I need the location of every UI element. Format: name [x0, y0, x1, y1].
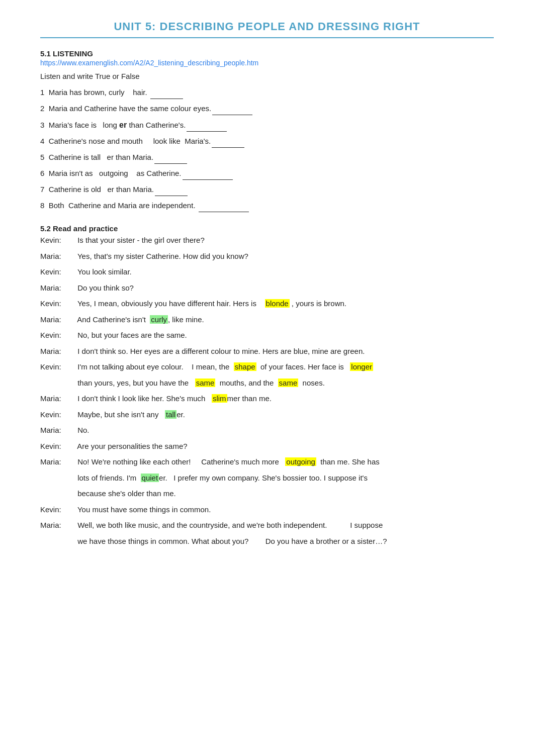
- ex3-blank[interactable]: [187, 119, 227, 132]
- section-52: 5.2 Read and practice Kevin: Is that you…: [40, 224, 494, 547]
- dialogue-line-4: Maria: Do you think so?: [40, 281, 494, 295]
- line-maria-5: I don't think I look like her. She's muc…: [77, 394, 272, 403]
- highlight-quieter: quiet: [141, 474, 159, 482]
- exercise-item-5: 5 Catherine is tall er than Maria.: [40, 151, 494, 164]
- ex8-blank[interactable]: [199, 200, 249, 212]
- dialogue-line-14: Kevin: Are your personalities the same?: [40, 440, 494, 453]
- ex1-blank[interactable]: [150, 86, 183, 99]
- ex8-text: Both Catherine and Maria are independent…: [49, 201, 250, 210]
- ex2-num: 2: [40, 104, 44, 113]
- line-kevin-2: You look similar.: [77, 267, 132, 276]
- ex1-text: Maria has brown, curly hair.: [49, 88, 184, 97]
- ex7-text: Catherine is old er than Maria.: [49, 185, 189, 194]
- section-51-header: 5.1 LISTENING: [40, 49, 494, 58]
- dialogue-line-7: Kevin: No, but your faces are the same.: [40, 329, 494, 342]
- line-kevin-6: Maybe, but she isn't any taller.: [77, 410, 185, 419]
- line-kevin-4: No, but your faces are the same.: [77, 331, 187, 339]
- line-maria-6: No.: [77, 426, 89, 434]
- ex6-text: Maria isn't as outgoing as Catherine.: [49, 169, 234, 177]
- exercise-list: 1 Maria has brown, curly hair. 2 Maria a…: [40, 86, 494, 212]
- ex5-num: 5: [40, 153, 44, 161]
- line-maria-1: Yes, that's my sister Catherine. How did…: [77, 252, 248, 260]
- ex2-text: Maria and Catherine have the same colour…: [49, 104, 254, 113]
- exercise-item-3: 3 Maria's face is long er than Catherine…: [40, 119, 494, 132]
- speaker-maria-4: Maria:: [40, 345, 75, 358]
- line-kevin-1: Is that your sister - the girl over ther…: [77, 236, 205, 244]
- speaker-maria-1: Maria:: [40, 250, 75, 263]
- ex6-num: 6: [40, 169, 44, 177]
- ex4-text: Catherine's nose and mouth look like Mar…: [49, 137, 246, 145]
- speaker-maria-7: Maria:: [40, 455, 75, 468]
- dialogue-line-2: Maria: Yes, that's my sister Catherine. …: [40, 250, 494, 263]
- highlight-longer: longer: [350, 362, 373, 371]
- dialogue-line-8: Maria: I don't think so. Her eyes are a …: [40, 345, 494, 358]
- speaker-kevin-7: Kevin:: [40, 440, 75, 453]
- highlight-blonde: blonde: [265, 299, 290, 308]
- line-maria-7: No! We're nothing like each other! Cathe…: [77, 457, 380, 466]
- speaker-kevin-2: Kevin:: [40, 265, 75, 278]
- speaker-maria-2: Maria:: [40, 281, 75, 295]
- exercise-item-8: 8 Both Catherine and Maria are independe…: [40, 200, 494, 212]
- highlight-same-2: same: [278, 379, 299, 387]
- speaker-kevin-4: Kevin:: [40, 329, 75, 342]
- section-51-link[interactable]: https://www.examenglish.com/A2/A2_listen…: [40, 59, 494, 67]
- dialogue-line-12: Kevin: Maybe, but she isn't any taller.: [40, 408, 494, 421]
- exercise-item-1: 1 Maria has brown, curly hair.: [40, 86, 494, 99]
- exercise-item-7: 7 Catherine is old er than Maria.: [40, 183, 494, 196]
- line-cont-20: we have those things in common. What abo…: [77, 537, 387, 545]
- highlight-outgoing: outgoing: [285, 457, 316, 466]
- dialogue-line-9: Kevin: I'm not talking about eye colour.…: [40, 360, 494, 373]
- exercise-item-2: 2 Maria and Catherine have the same colo…: [40, 103, 494, 115]
- dialogue-line-17: because she's older than me.: [40, 487, 494, 500]
- line-maria-3: And Catherine's isn't curly, like mine.: [77, 315, 204, 324]
- ex6-blank[interactable]: [183, 167, 233, 180]
- line-kevin-7: Are your personalities the same?: [77, 442, 187, 450]
- ex5-blank[interactable]: [154, 151, 187, 164]
- speaker-kevin-1: Kevin:: [40, 234, 75, 247]
- ex1-num: 1: [40, 88, 44, 97]
- ex3-text: Maria's face is long er than Catherine's…: [49, 121, 228, 129]
- highlight-slimmer: slim: [212, 394, 227, 403]
- highlight-same-1: same: [195, 379, 216, 387]
- dialogue-line-11: Maria: I don't think I look like her. Sh…: [40, 392, 494, 405]
- dialogue-line-20: we have those things in common. What abo…: [40, 535, 494, 548]
- ex4-num: 4: [40, 137, 44, 145]
- dialogue-line-1: Kevin: Is that your sister - the girl ov…: [40, 234, 494, 247]
- speaker-kevin-3: Kevin:: [40, 297, 75, 310]
- dialogue-line-10: than yours, yes, but you have the same m…: [40, 376, 494, 390]
- speaker-maria-3: Maria:: [40, 313, 75, 326]
- speaker-kevin-6: Kevin:: [40, 408, 75, 421]
- ex7-num: 7: [40, 185, 44, 194]
- dialogue-line-5: Kevin: Yes, I mean, obviously you have d…: [40, 297, 494, 310]
- line-kevin-5: I'm not talking about eye colour. I mean…: [77, 362, 373, 371]
- highlight-taller: tall: [165, 410, 176, 419]
- line-kevin-8: You must have some things in common.: [77, 505, 211, 514]
- ex3-num: 3: [40, 121, 44, 129]
- line-cont-17: because she's older than me.: [77, 489, 175, 498]
- dialogue-line-15: Maria: No! We're nothing like each other…: [40, 455, 494, 468]
- dialogue-line-6: Maria: And Catherine's isn't curly, like…: [40, 313, 494, 326]
- speaker-kevin-8: Kevin:: [40, 503, 75, 516]
- highlight-shape: shape: [234, 362, 256, 371]
- line-maria-4: I don't think so. Her eyes are a differe…: [77, 347, 365, 355]
- section-51-instruction: Listen and write True or False: [40, 72, 494, 80]
- ex8-num: 8: [40, 201, 44, 210]
- line-kevin-3: Yes, I mean, obviously you have differen…: [77, 299, 346, 308]
- line-maria-2: Do you think so?: [77, 284, 134, 292]
- line-cont-10: than yours, yes, but you have the same m…: [77, 379, 325, 387]
- line-cont-16: lots of friends. I'm quieter. I prefer m…: [77, 474, 368, 482]
- unit-title: UNIT 5: DESCRIBING PEOPLE AND DRESSING R…: [40, 20, 494, 38]
- line-maria-8: Well, we both like music, and the countr…: [77, 521, 383, 529]
- speaker-maria-6: Maria:: [40, 424, 75, 437]
- dialogue-line-18: Kevin: You must have some things in comm…: [40, 503, 494, 516]
- ex7-blank[interactable]: [155, 183, 188, 196]
- ex4-blank[interactable]: [212, 135, 244, 148]
- exercise-item-6: 6 Maria isn't as outgoing as Catherine.: [40, 167, 494, 180]
- speaker-maria-5: Maria:: [40, 392, 75, 405]
- dialogue-line-16: lots of friends. I'm quieter. I prefer m…: [40, 471, 494, 485]
- dialogue-line-19: Maria: Well, we both like music, and the…: [40, 519, 494, 532]
- section-52-header: 5.2 Read and practice: [40, 224, 494, 233]
- dialogue-line-3: Kevin: You look similar.: [40, 265, 494, 278]
- dialogue-line-13: Maria: No.: [40, 424, 494, 437]
- ex2-blank[interactable]: [212, 103, 252, 115]
